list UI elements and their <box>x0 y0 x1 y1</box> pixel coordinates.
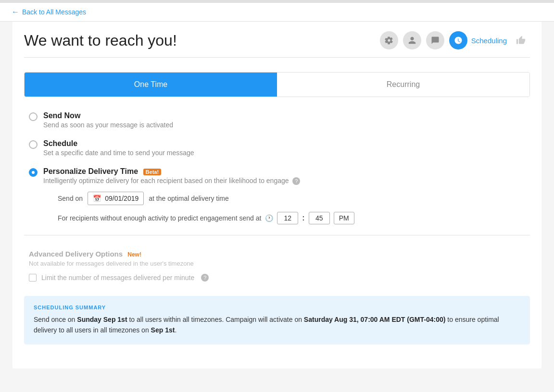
schedule-label: Schedule <box>43 139 194 148</box>
clock-icon <box>454 36 463 45</box>
personalize-details: Send on 📅 09/01/2019 at the optimal deli… <box>58 192 354 224</box>
at-label: at the optimal delivery time <box>149 195 229 202</box>
send-on-row: Send on 📅 09/01/2019 at the optimal deli… <box>58 192 354 205</box>
limit-label: Limit the number of messages delivered p… <box>41 274 194 282</box>
thumb-icon <box>516 36 526 45</box>
scheduling-label: Scheduling <box>471 37 507 45</box>
back-arrow-icon: ← <box>12 8 19 16</box>
message-icon <box>431 36 440 45</box>
content-area: One Time Recurring Send Now Send as soon… <box>24 58 530 344</box>
gear-icon <box>385 36 393 45</box>
person-icon <box>408 36 416 45</box>
options-section: Send Now Send as soon as your message is… <box>24 111 530 224</box>
schedule-radio[interactable] <box>29 140 38 149</box>
send-now-radio[interactable] <box>29 112 38 121</box>
advanced-title: Advanced Delivery Options New! <box>29 250 525 258</box>
personalize-text: Personalize Delivery Time Beta! Intellig… <box>43 167 354 224</box>
scheduling-button[interactable] <box>449 31 467 49</box>
advanced-section: Advanced Delivery Options New! Not avail… <box>24 245 530 282</box>
limit-help-icon[interactable]: ? <box>201 274 209 282</box>
header-icons: Scheduling <box>380 31 530 49</box>
page-title: We want to reach you! <box>24 32 177 49</box>
schedule-desc: Set a specific date and time to send you… <box>43 149 194 157</box>
header-row: We want to reach you! <box>24 22 530 58</box>
back-link[interactable]: ← Back to All Messages <box>12 8 86 16</box>
send-on-label: Send on <box>58 195 83 202</box>
gear-button[interactable] <box>380 31 398 49</box>
personalize-radio[interactable] <box>29 168 38 177</box>
send-now-text: Send Now Send as soon as your message is… <box>43 111 173 129</box>
new-badge: New! <box>127 251 141 258</box>
summary-box: SCHEDULING SUMMARY Send once on Sunday S… <box>24 296 530 344</box>
personalize-desc: Intelligently optimize delivery for each… <box>43 177 354 185</box>
hour-input[interactable] <box>277 212 298 224</box>
date-input[interactable]: 📅 09/01/2019 <box>88 192 144 205</box>
advanced-desc: Not available for messages delivered in … <box>29 260 525 267</box>
minute-input[interactable] <box>309 212 330 224</box>
person-button[interactable] <box>403 31 421 49</box>
summary-text: Send once on Sunday Sep 1st to all users… <box>34 314 520 336</box>
date-value: 09/01/2019 <box>105 195 138 202</box>
fallback-row: For recipients without enough activity t… <box>58 212 354 224</box>
schedule-option: Schedule Set a specific date and time to… <box>29 139 525 157</box>
tabs-container: One Time Recurring <box>24 72 530 97</box>
send-now-option: Send Now Send as soon as your message is… <box>29 111 525 129</box>
time-colon: : <box>302 214 304 222</box>
schedule-text: Schedule Set a specific date and time to… <box>43 139 194 157</box>
fallback-clock-icon: 🕐 <box>265 214 273 222</box>
ampm-button[interactable]: PM <box>334 212 354 224</box>
send-now-label: Send Now <box>43 111 173 120</box>
checkbox-row: Limit the number of messages delivered p… <box>29 274 525 282</box>
personalize-help-icon[interactable]: ? <box>292 177 300 185</box>
fallback-label: For recipients without enough activity t… <box>58 214 261 222</box>
personalize-label: Personalize Delivery Time Beta! <box>43 167 354 176</box>
calendar-icon: 📅 <box>93 195 101 202</box>
send-now-desc: Send as soon as your message is activate… <box>43 121 173 129</box>
message-button[interactable] <box>426 31 444 49</box>
limit-checkbox[interactable] <box>29 274 37 282</box>
beta-badge: Beta! <box>143 169 162 175</box>
thumb-button[interactable] <box>512 31 530 49</box>
back-label: Back to All Messages <box>22 8 86 16</box>
tab-one-time[interactable]: One Time <box>25 73 277 97</box>
divider <box>24 235 530 235</box>
tab-recurring[interactable]: Recurring <box>277 73 529 97</box>
personalize-option: Personalize Delivery Time Beta! Intellig… <box>29 167 525 224</box>
scheduling-group: Scheduling <box>449 31 507 49</box>
summary-title: SCHEDULING SUMMARY <box>34 305 520 310</box>
